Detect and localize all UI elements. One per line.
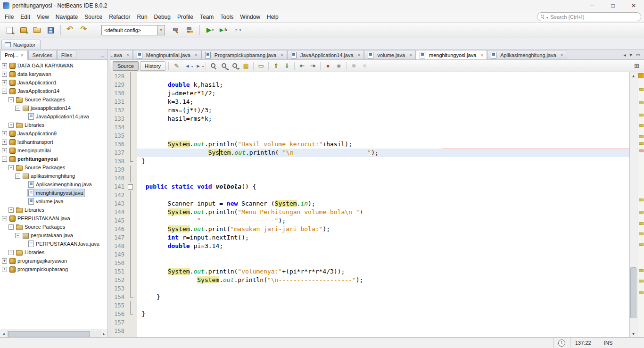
code-line[interactable]: 128 (110, 72, 629, 81)
tree-item[interactable]: +menginputnilai (0, 146, 107, 155)
close-icon[interactable]: × (126, 52, 129, 58)
tree-horizontal-scrollbar[interactable] (0, 330, 107, 337)
code-line[interactable]: 147 int r=input.nextInt(); (110, 233, 629, 242)
warning-mark[interactable] (639, 291, 644, 294)
code-text[interactable]: System.out.println( "\n-----------------… (137, 149, 629, 157)
find-previous-icon[interactable]: ▴ (219, 61, 229, 71)
code-text[interactable]: public static void volbola() { (137, 182, 629, 191)
code-text[interactable] (137, 166, 629, 174)
warning-mark[interactable] (639, 211, 644, 214)
line-number[interactable]: 128 (110, 72, 127, 81)
close-icon[interactable]: × (480, 53, 483, 58)
profile-button[interactable]: ▾ (231, 24, 243, 36)
code-text[interactable] (137, 174, 629, 182)
find-selection-icon[interactable] (208, 61, 218, 71)
new-project-button[interactable] (17, 24, 30, 36)
tree-item[interactable]: PERPUSTAKAANJava.java (0, 240, 107, 248)
warning-mark[interactable] (639, 114, 644, 116)
code-text[interactable]: rms=(j*t)/3; (137, 106, 629, 115)
editor-grid-icon[interactable] (634, 62, 642, 69)
close-icon[interactable]: × (561, 52, 563, 58)
tree-item[interactable]: −JavaApplication14 (0, 87, 107, 95)
code-line[interactable]: 137 System.out.println( "\n-------------… (110, 149, 629, 157)
code-text[interactable]: "--------------------"); (137, 216, 629, 225)
expander-icon[interactable]: − (2, 89, 7, 94)
code-line[interactable]: 151 System.out.println("volumenya:"+(pi*… (110, 267, 629, 276)
code-text[interactable]: System.out.println("volumenya:"+(pi*r*r*… (137, 267, 629, 276)
code-line[interactable]: 159 (110, 335, 629, 337)
line-number[interactable]: 134 (110, 123, 127, 132)
forward-icon[interactable]: ▸▾ (193, 61, 203, 71)
code-text[interactable]: System.out.println("Menu Perhitungan vol… (137, 208, 629, 216)
line-number[interactable]: 158 (110, 327, 127, 335)
code-line[interactable]: 150 (110, 259, 629, 267)
warning-mark[interactable] (639, 88, 644, 91)
line-number[interactable]: 132 (110, 106, 127, 115)
line-number[interactable]: 142 (110, 191, 127, 199)
editor-tab[interactable]: Programpickupbarang.java× (201, 50, 287, 59)
line-number[interactable]: 135 (110, 132, 127, 140)
line-number[interactable]: 144 (110, 208, 127, 216)
line-number[interactable]: 153 (110, 284, 127, 293)
line-number[interactable]: 141 (110, 182, 127, 191)
menu-navigate[interactable]: Navigate (52, 12, 81, 22)
config-select[interactable]: <default config>▾ (101, 25, 165, 35)
code-line[interactable]: 144 System.out.println("Menu Perhitungan… (110, 208, 629, 216)
combo-dropdown-icon[interactable]: ▾ (157, 25, 165, 35)
line-number[interactable]: 129 (110, 81, 127, 89)
close-icon[interactable]: × (195, 52, 198, 58)
line-number[interactable]: 130 (110, 89, 127, 98)
tab-projects[interactable]: Proj...× (0, 50, 28, 60)
expander-icon[interactable]: − (15, 106, 20, 111)
expander-icon[interactable]: + (2, 140, 7, 145)
scrollbar-track[interactable] (8, 331, 100, 337)
navigator-tab[interactable]: Navigator (1, 40, 41, 49)
code-text[interactable] (137, 123, 629, 132)
code-line[interactable]: 136 System.out.println("Hasil volume ker… (110, 140, 629, 149)
tree-item[interactable]: −aplikasimenghitung (0, 172, 107, 180)
menu-edit[interactable]: Edit (17, 12, 33, 22)
source-view-button[interactable]: Source (113, 61, 139, 71)
code-line[interactable]: 131 k=3.14; (110, 98, 629, 106)
expander-icon[interactable]: + (2, 258, 7, 264)
line-number[interactable]: 154 (110, 293, 127, 301)
stop-macro-recording-icon[interactable]: ■ (334, 61, 344, 71)
line-number[interactable]: 136 (110, 140, 127, 149)
line-number[interactable]: 157 (110, 318, 127, 327)
find-next-icon[interactable]: ▾ (230, 61, 240, 71)
tree-item[interactable]: +programgajikaryawan (0, 257, 107, 265)
code-text[interactable] (137, 335, 629, 337)
editor-tab[interactable]: ...ava× (110, 50, 133, 59)
warning-mark[interactable] (639, 199, 644, 201)
line-number[interactable]: 159 (110, 335, 127, 337)
build-project-button[interactable] (170, 24, 182, 36)
code-text[interactable]: } (137, 310, 629, 318)
expander-icon[interactable]: + (2, 131, 7, 136)
menu-refactor[interactable]: Refactor (106, 12, 133, 22)
code-text[interactable]: System.out.print("masukan jari-jari bola… (137, 225, 629, 233)
code-text[interactable]: double pi=3.14; (137, 242, 629, 250)
tree-item[interactable]: −perhitunganyosi (0, 155, 107, 163)
line-number[interactable]: 148 (110, 242, 127, 250)
warning-mark[interactable] (639, 232, 644, 235)
editor-vertical-scrollbar[interactable] (629, 72, 637, 337)
code-text[interactable]: hasil=rms*k; (137, 115, 629, 123)
warning-mark[interactable] (639, 142, 644, 145)
maximize-editor-icon[interactable]: ▭ (636, 52, 640, 58)
editor-tab[interactable]: JavaApplication14.java× (287, 50, 364, 59)
shift-line-right-icon[interactable]: ⇥ (308, 61, 318, 71)
scroll-down-icon[interactable] (630, 330, 637, 337)
code-line[interactable]: 140 (110, 174, 629, 182)
expander-icon[interactable]: − (2, 157, 7, 162)
start-macro-recording-icon[interactable]: ● (323, 61, 333, 71)
debug-button[interactable]: ▾ (217, 24, 230, 36)
tree-item[interactable]: +JavaApplication1 (0, 78, 107, 87)
code-text[interactable]: } (137, 293, 629, 301)
code-text[interactable] (137, 250, 629, 259)
menu-file[interactable]: File (1, 12, 17, 22)
history-view-button[interactable]: History (140, 61, 165, 71)
menu-source[interactable]: Source (81, 12, 106, 22)
tree-item[interactable]: −Source Packages (0, 163, 107, 172)
code-text[interactable]: k=3.14; (137, 98, 629, 106)
error-stripe[interactable] (637, 72, 644, 337)
